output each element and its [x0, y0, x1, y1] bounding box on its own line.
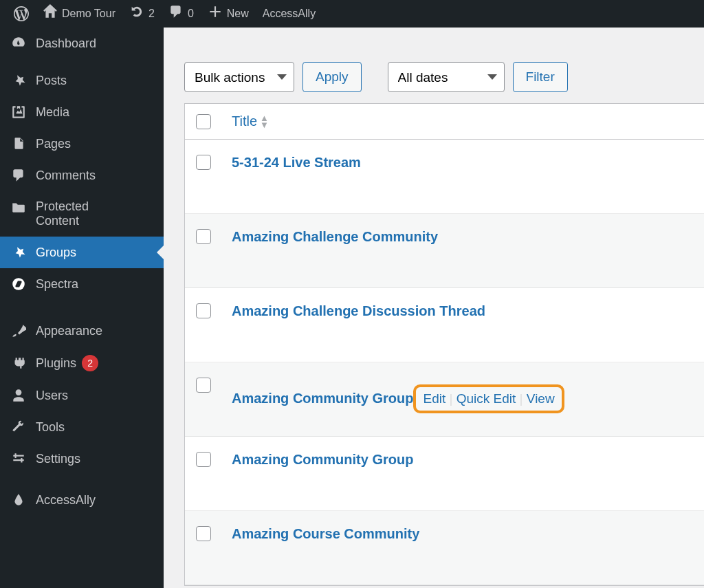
row-title-link[interactable]: Amazing Challenge Community [232, 229, 438, 244]
row-actions-highlight: Edit | Quick Edit | View [413, 384, 564, 413]
row-title-link[interactable]: Amazing Community Group [232, 452, 413, 467]
row-checkbox[interactable] [196, 378, 211, 393]
home-icon [43, 4, 58, 23]
comment-icon [10, 168, 28, 183]
row-title-link[interactable]: Amazing Course Community [232, 526, 419, 541]
sidebar-item-groups[interactable]: Groups [0, 237, 164, 268]
row-checkbox[interactable] [196, 526, 211, 541]
row-title-link[interactable]: 5-31-24 Live Stream [232, 155, 361, 170]
sidebar-item-label: Dashboard [36, 36, 96, 51]
sidebar-item-label: Users [36, 389, 68, 403]
new-label: New [227, 8, 249, 20]
comment-icon [168, 4, 184, 23]
filter-button[interactable]: Filter [513, 62, 568, 92]
sidebar-item-label: AccessAlly [36, 493, 96, 508]
sidebar-item-users[interactable]: Users [0, 380, 164, 411]
media-icon [10, 105, 28, 120]
updates-item[interactable]: 2 [122, 0, 162, 28]
row-checkbox[interactable] [196, 229, 211, 244]
user-icon [10, 388, 28, 403]
sidebar-item-accessally[interactable]: AccessAlly [0, 484, 164, 516]
apply-button[interactable]: Apply [302, 62, 362, 92]
view-link[interactable]: View [527, 391, 555, 406]
table-header: Title ▲▼ [185, 104, 704, 140]
title-column-header[interactable]: Title ▲▼ [232, 113, 269, 129]
sidebar-item-label: Posts [36, 74, 67, 88]
sort-icon: ▲▼ [260, 115, 269, 127]
site-name-item[interactable]: Demo Tour [36, 0, 122, 28]
update-icon [129, 4, 144, 23]
edit-link[interactable]: Edit [423, 391, 446, 406]
plug-icon [10, 356, 28, 371]
admin-bar: Demo Tour 2 0 New AccessAlly [0, 0, 704, 28]
quick-edit-link[interactable]: Quick Edit [456, 391, 516, 406]
accessally-item[interactable]: AccessAlly [256, 0, 322, 28]
pin-icon [10, 245, 28, 260]
sidebar-item-label: Settings [36, 452, 80, 466]
sidebar-item-label: Groups [36, 246, 76, 260]
sidebar-item-appearance[interactable]: Appearance [0, 315, 164, 347]
sidebar-item-settings[interactable]: Settings [0, 443, 164, 475]
site-name: Demo Tour [62, 8, 116, 20]
sidebar-item-comments[interactable]: Comments [0, 160, 164, 191]
sidebar-item-label: Comments [36, 168, 96, 183]
sidebar-item-label: Appearance [36, 324, 102, 338]
row-title-link[interactable]: Amazing Community Group [232, 391, 413, 406]
dashboard-icon [10, 36, 28, 51]
plugins-update-badge: 2 [82, 355, 98, 371]
table-row: Amazing Community Group [185, 437, 704, 511]
sidebar-item-dashboard[interactable]: Dashboard [0, 28, 164, 59]
row-checkbox[interactable] [196, 303, 211, 318]
select-all-checkbox[interactable] [196, 114, 211, 129]
row-title-link[interactable]: Amazing Challenge Discussion Thread [232, 303, 485, 318]
sidebar-item-plugins[interactable]: Plugins 2 [0, 347, 164, 380]
brush-icon [10, 323, 28, 338]
accessally-label: AccessAlly [263, 8, 316, 20]
table-row: 5-31-24 Live Stream [185, 140, 704, 214]
comments-count: 0 [188, 8, 194, 20]
sidebar-item-label: Media [36, 105, 69, 120]
admin-sidebar: Dashboard Posts Media Pages Comments Pro… [0, 28, 164, 588]
pin-icon [10, 73, 28, 88]
wordpress-icon [14, 6, 29, 21]
sidebar-item-media[interactable]: Media [0, 96, 164, 128]
new-item[interactable]: New [201, 0, 256, 28]
sidebar-item-label: Spectra [36, 277, 78, 292]
filter-bar: Bulk actions Apply All dates Filter [164, 28, 704, 103]
date-filter-select[interactable]: All dates [388, 62, 505, 92]
pages-icon [10, 136, 28, 151]
sidebar-item-label: Plugins [36, 356, 76, 371]
table-row: Amazing Challenge Discussion Thread [185, 288, 704, 362]
sidebar-item-tools[interactable]: Tools [0, 411, 164, 443]
row-checkbox[interactable] [196, 155, 211, 170]
wp-logo-item[interactable] [7, 0, 36, 28]
sidebar-item-protected[interactable]: Protected Content [0, 191, 164, 237]
row-checkbox[interactable] [196, 452, 211, 467]
drop-icon [10, 492, 28, 508]
sidebar-item-label: Pages [36, 137, 71, 151]
sliders-icon [10, 451, 28, 466]
sidebar-item-spectra[interactable]: Spectra [0, 268, 164, 300]
wrench-icon [10, 420, 28, 435]
table-row: Amazing Challenge Community [185, 214, 704, 288]
bulk-actions-select[interactable]: Bulk actions [184, 62, 294, 92]
sidebar-item-posts[interactable]: Posts [0, 65, 164, 96]
table-row: Amazing Course Community [185, 511, 704, 585]
updates-count: 2 [148, 8, 155, 20]
sidebar-item-label: Tools [36, 420, 65, 435]
folder-icon [10, 199, 28, 215]
main-content: Bulk actions Apply All dates Filter Titl… [164, 28, 704, 588]
spectra-icon [10, 276, 28, 292]
sidebar-item-pages[interactable]: Pages [0, 128, 164, 160]
sidebar-item-label: Protected Content [36, 199, 132, 228]
plus-icon [208, 4, 223, 23]
table-row: Amazing Community GroupEdit | Quick Edit… [185, 362, 704, 437]
comments-item[interactable]: 0 [162, 0, 201, 28]
row-actions: Edit | Quick Edit | View [423, 391, 554, 406]
groups-table: Title ▲▼ 5-31-24 Live StreamAmazing Chal… [184, 103, 704, 586]
